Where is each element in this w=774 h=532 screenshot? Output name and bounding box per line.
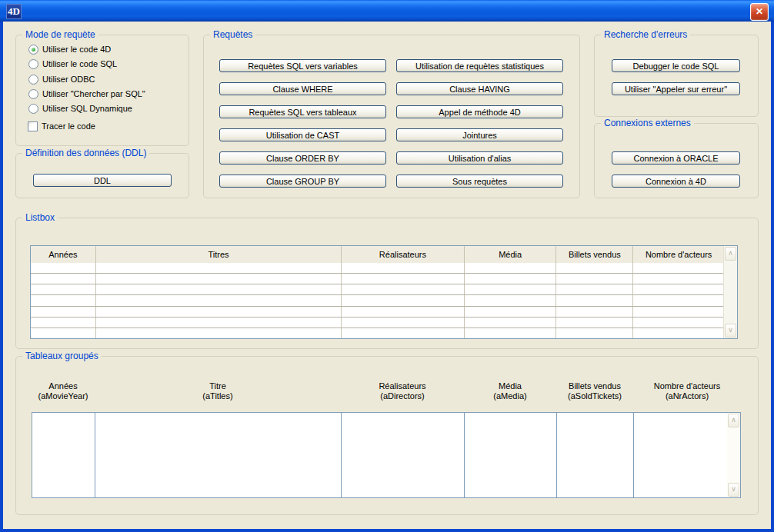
button-appeler-sur-erreur[interactable]: Utiliser "Appeler sur erreur" [612, 82, 740, 95]
listbox-cell [465, 295, 557, 305]
array-var-name: (aDirectors) [380, 391, 424, 401]
array-label-media: Média (aMedia) [464, 381, 556, 401]
group-tableaux-groupes: Tableaux groupés Années (aMovieYear) Tit… [15, 356, 759, 515]
listbox-cell [31, 263, 96, 273]
listbox-cell [31, 284, 96, 294]
button-utilisation-d-alias[interactable]: Utilisation d'alias [396, 151, 563, 165]
array-column-nombre-acteurs[interactable] [634, 413, 740, 497]
listbox-cell [342, 307, 465, 317]
group-listbox: Listbox Années Titres Réalisateurs Média… [15, 218, 759, 349]
close-button[interactable]: ✕ [750, 3, 769, 21]
button-debugger-le-code-sql[interactable]: Debugger le code SQL [612, 59, 740, 72]
group-title-recherche-erreurs: Recherche d'erreurs [601, 29, 690, 40]
listbox-vertical-scrollbar[interactable]: ∧ ∨ [723, 246, 737, 338]
listbox-row[interactable] [31, 274, 724, 284]
group-recherche-erreurs: Recherche d'erreurs Debugger le code SQL… [594, 35, 759, 117]
grouped-arrays-vertical-scrollbar[interactable]: ∧ ∨ [727, 413, 740, 497]
array-label: Titre [209, 381, 226, 391]
array-label-realisateurs: Réalisateurs (aDirectors) [341, 381, 464, 401]
group-requetes: Requètes Requètes SQL vers variables Cla… [203, 35, 580, 198]
listbox-cell [96, 274, 342, 284]
checkbox-tracer-le-code[interactable]: Tracer le code [28, 121, 95, 131]
listbox-cell [31, 295, 96, 305]
radio-utiliser-code-sql[interactable]: Utiliser le code SQL [28, 58, 117, 69]
radio-label: Utiliser ODBC [42, 75, 95, 84]
button-connexion-oracle[interactable]: Connexion à ORACLE [612, 151, 740, 165]
listbox-cell [342, 328, 465, 338]
listbox-row[interactable] [31, 263, 724, 274]
listbox-cell [465, 284, 557, 294]
listbox-cell [633, 307, 724, 317]
array-var-name: (aNrActors) [666, 391, 709, 401]
listbox-column-header-annees[interactable]: Années [31, 246, 96, 263]
button-requetes-statistiques[interactable]: Utilisation de requètes statistiques [396, 59, 563, 72]
listbox-header-row: Années Titres Réalisateurs Média Billets… [31, 246, 724, 264]
chevron-up-button[interactable]: ∧ [728, 414, 739, 427]
button-clause-having[interactable]: Clause HAVING [396, 82, 563, 95]
ddl-button[interactable]: DDL [33, 174, 172, 187]
scroll-up-button[interactable]: ∧ [725, 247, 736, 261]
grouped-arrays-area: ∧ ∨ [32, 412, 741, 498]
array-label-titre: Titre (aTitles) [95, 381, 341, 401]
listbox-cell [31, 274, 96, 284]
listbox-cell [633, 295, 724, 305]
grouped-arrays-labels: Années (aMovieYear) Titre (aTitles) Réal… [32, 381, 741, 401]
listbox-cell [465, 328, 557, 338]
radio-utiliser-code-4d[interactable]: Utiliser le code 4D [28, 44, 111, 55]
button-requetes-sql-vers-tableaux[interactable]: Requètes SQL vers tableaux [219, 105, 386, 118]
button-clause-order-by[interactable]: Clause ORDER BY [219, 151, 386, 165]
listbox-cell [556, 263, 633, 273]
button-requetes-sql-vers-variables[interactable]: Requètes SQL vers variables [219, 59, 386, 72]
radio-sql-dynamique[interactable]: Utiliser SQL Dynamique [28, 103, 132, 114]
radio-chercher-par-sql[interactable]: Utiliser "Chercher par SQL" [28, 88, 145, 99]
listbox-cell [342, 318, 465, 328]
listbox-cell [96, 318, 342, 328]
button-jointures[interactable]: Jointures [396, 128, 563, 141]
listbox-cell [556, 318, 633, 328]
listbox-column-header-media[interactable]: Média [465, 246, 557, 263]
listbox-cell [342, 263, 465, 273]
listbox-row[interactable] [31, 284, 724, 295]
button-clause-where[interactable]: Clause WHERE [219, 82, 386, 95]
button-clause-group-by[interactable]: Clause GROUP BY [219, 175, 386, 188]
array-column-billets-vendus[interactable] [557, 413, 634, 497]
listbox-cell [96, 295, 342, 305]
listbox-cell [342, 295, 465, 305]
group-title-mode: Mode de requète [22, 29, 98, 40]
listbox-row[interactable] [31, 307, 724, 318]
button-appel-de-methode-4d[interactable]: Appel de méthode 4D [396, 105, 563, 118]
button-connexion-4d[interactable]: Connexion à 4D [612, 175, 740, 188]
listbox-cell [556, 307, 633, 317]
listbox-column-header-nombre-acteurs[interactable]: Nombre d'acteurs [633, 246, 724, 263]
checkbox-label: Tracer le code [42, 121, 95, 131]
array-column-annees[interactable] [32, 413, 95, 497]
listbox-cell [465, 263, 557, 273]
listbox-row[interactable] [31, 295, 724, 306]
listbox-column-header-realisateurs[interactable]: Réalisateurs [342, 246, 465, 263]
listbox-cell [633, 274, 724, 284]
button-utilisation-de-cast[interactable]: Utilisation de CAST [219, 128, 386, 141]
radio-utiliser-odbc[interactable]: Utiliser ODBC [28, 74, 95, 85]
title-bar[interactable]: 4D ✕ [0, 0, 774, 22]
listbox-row[interactable] [31, 318, 724, 328]
listbox-row[interactable] [31, 328, 724, 338]
listbox-cell [465, 307, 557, 317]
listbox-column-header-billets-vendus[interactable]: Billets vendus [556, 246, 633, 263]
listbox-table[interactable]: Années Titres Réalisateurs Média Billets… [30, 245, 738, 339]
array-var-name: (aMovieYear) [38, 391, 88, 401]
chevron-down-button[interactable]: ∨ [728, 483, 739, 497]
listbox-cell [96, 307, 342, 317]
button-sous-requetes[interactable]: Sous requètes [396, 175, 563, 188]
listbox-cell [633, 328, 724, 338]
listbox-cell [342, 284, 465, 294]
scroll-down-button[interactable]: ∨ [725, 324, 736, 337]
app-icon-4d[interactable]: 4D [6, 4, 22, 19]
listbox-cell [465, 274, 557, 284]
array-column-media[interactable] [465, 413, 557, 497]
array-column-titre[interactable] [95, 413, 342, 497]
listbox-column-header-titres[interactable]: Titres [96, 246, 342, 263]
listbox-body [31, 263, 724, 338]
group-title-listbox: Listbox [22, 212, 58, 223]
listbox-cell [556, 295, 633, 305]
array-column-realisateurs[interactable] [342, 413, 465, 497]
